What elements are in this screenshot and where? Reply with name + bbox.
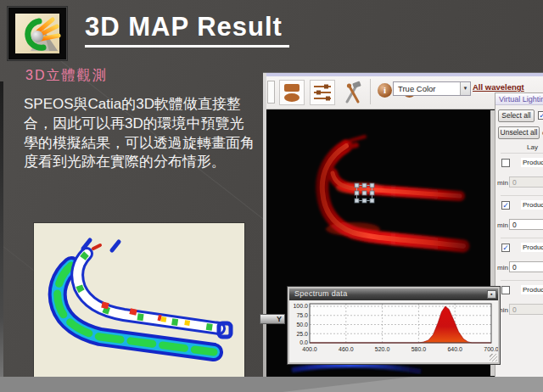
min-label: min [497, 221, 508, 229]
slide-logo [7, 6, 68, 61]
shapes-tool-button[interactable] [279, 80, 305, 105]
row-separator [501, 238, 543, 238]
left-edge-strip [0, 81, 3, 377]
row-separator [501, 280, 543, 281]
product-label: Produc [521, 285, 543, 294]
tools-icon [342, 80, 364, 105]
min-label: min [497, 179, 508, 187]
product-checkbox[interactable]: ✓ [501, 244, 510, 252]
body-text: SPEOS與Catia的3D軟體做直接整合，因此可以再3D的環境中預覽光學的模擬… [24, 95, 255, 172]
y-axis-handle[interactable]: Y [260, 314, 285, 324]
min-input[interactable]: 0 [509, 261, 543, 272]
speos-logo-icon [15, 14, 59, 53]
product-row: ✓Producmin0 [495, 195, 543, 238]
resize-grip-icon[interactable] [490, 354, 497, 361]
tools-button[interactable] [342, 80, 364, 105]
wavelength-link[interactable]: All wavelengt [473, 82, 524, 92]
shapes-icon [280, 81, 304, 104]
svg-text:580.0: 580.0 [411, 346, 427, 352]
row-separator [501, 153, 543, 154]
product-label: Produc [521, 200, 543, 210]
spectrum-window: Spectrum data ▪ 400.0460.0520.0580.0640.… [288, 287, 500, 364]
svg-text:100.0: 100.0 [293, 303, 308, 309]
row-separator [501, 195, 543, 196]
info-icon: i [383, 85, 386, 95]
svg-text:460.0: 460.0 [339, 346, 354, 352]
page-title: 3D MAP Result [85, 12, 289, 48]
panel-title: Virtual Lighting [495, 93, 543, 105]
toolbar-separator [370, 79, 371, 104]
spectrum-titlebar[interactable]: Spectrum data ▪ [289, 288, 498, 300]
product-label: Produc [521, 243, 543, 252]
lightguide-falsecolor-image [34, 223, 244, 378]
svg-text:25.0: 25.0 [296, 331, 308, 337]
toolbar-top-strip [266, 73, 543, 76]
svg-text:50.0: 50.0 [296, 322, 308, 328]
min-input[interactable]: 0 [509, 219, 543, 230]
product-checkbox[interactable] [501, 286, 510, 294]
virtual-lighting-panel: Virtual Lighting Select all ✓ Unselect a… [495, 92, 543, 377]
virtual-lighting-rows: Producmin0✓Producmin0✓Producmin0Producmi… [495, 153, 543, 322]
spectrum-title: Spectrum data [294, 289, 347, 298]
unselect-all-button[interactable]: Unselect all [498, 126, 540, 139]
svg-text:640.0: 640.0 [447, 346, 462, 352]
select-all-button[interactable]: Select all [498, 109, 535, 122]
product-row: Producmin0 [495, 280, 543, 322]
product-row: ✓Producmin0 [495, 238, 543, 280]
slide: 3D MAP Result 3D立體觀測 SPEOS與Catia的3D軟體做直接… [0, 0, 543, 392]
sliders-icon [311, 81, 334, 104]
chevron-down-icon[interactable]: ▼ [460, 82, 470, 95]
bottom-band [0, 377, 543, 392]
close-icon[interactable]: ▪ [487, 290, 496, 299]
product-row: Producmin0 [495, 153, 543, 195]
svg-text:400.0: 400.0 [302, 346, 317, 352]
clipped-toolbar-icon[interactable] [267, 81, 275, 104]
selection-gizmo [355, 183, 374, 203]
layer-label: Lay [527, 143, 538, 151]
product-checkbox[interactable]: ✓ [501, 201, 510, 210]
min-label: min [497, 264, 508, 272]
sliders-tool-button[interactable] [310, 80, 335, 105]
product-checkbox[interactable] [501, 159, 510, 167]
min-input[interactable]: 0 [509, 304, 543, 315]
svg-text:0.0: 0.0 [299, 339, 308, 345]
spectrum-plot: 400.0460.0520.0580.0640.0700.00.025.050.… [289, 300, 498, 362]
subtitle: 3D立體觀測 [25, 67, 107, 85]
svg-text:520.0: 520.0 [375, 346, 390, 352]
color-mode-dropdown[interactable]: True Color ▼ [393, 81, 471, 96]
svg-text:75.0: 75.0 [296, 312, 308, 318]
product-label: Produc [521, 158, 543, 167]
spectrum-body: 400.0460.0520.0580.0640.0700.00.025.050.… [289, 300, 498, 362]
info-button[interactable]: i [378, 83, 392, 98]
svg-text:700.0: 700.0 [484, 346, 498, 352]
color-mode-value: True Color [398, 84, 436, 93]
select-all-checkbox[interactable]: ✓ [538, 111, 543, 120]
min-input[interactable]: 0 [509, 176, 543, 188]
